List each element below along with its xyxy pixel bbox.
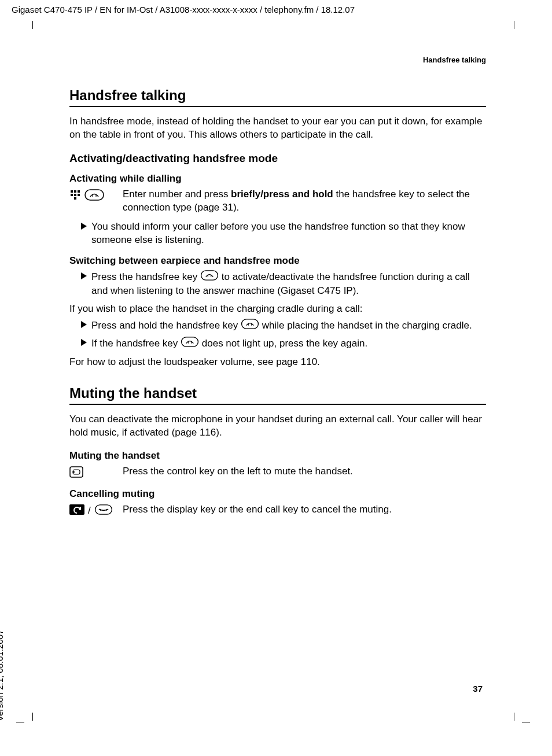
crop-mark: [522, 722, 530, 722]
bullet-text-after: while placing the handset in the chargin…: [262, 320, 472, 331]
intro-paragraph: In handsfree mode, instead of holding th…: [69, 115, 486, 142]
triangle-bullet-icon: [81, 270, 91, 279]
svg-marker-19: [81, 339, 87, 346]
bullet-switch: Press the handsfree key to activate/deac…: [69, 270, 486, 298]
svg-rect-28: [95, 505, 112, 514]
handsfree-key-icon: [84, 189, 104, 203]
heading-switching: Switching between earpiece and handsfree…: [69, 255, 486, 267]
keypad-icon: [69, 189, 81, 203]
svg-marker-15: [81, 321, 87, 328]
crop-mark: [32, 713, 33, 721]
version-label: Version 2.1, 08.01.2007: [0, 630, 5, 721]
handsfree-key-icon: [200, 270, 219, 285]
bullet-text: If the handsfree key does not light up, …: [91, 337, 486, 351]
heading-muting: Muting the handset: [69, 385, 486, 405]
heading-mute-handset: Muting the handset: [69, 450, 486, 462]
handsfree-key-icon: [181, 337, 199, 351]
svg-rect-7: [85, 190, 104, 200]
bullet-text-after: does not light up, press the key again.: [202, 338, 367, 349]
svg-rect-5: [78, 194, 80, 196]
heading-handsfree: Handsfree talking: [69, 87, 486, 107]
bullet-text: Press the handsfree key to activate/deac…: [91, 270, 486, 298]
step-text: Press the control key on the left to mut…: [123, 465, 486, 478]
crop-mark: [32, 21, 33, 29]
bullet-text-before: If the handsfree key: [91, 338, 181, 349]
svg-rect-23: [70, 467, 83, 477]
step-enter-number: Enter number and press briefly/press and…: [69, 188, 486, 215]
end-call-key-icon: [94, 504, 113, 517]
svg-rect-12: [201, 271, 218, 280]
running-head: Handsfree talking: [69, 56, 486, 64]
undo-display-key-icon: [69, 504, 84, 517]
crop-mark: [514, 713, 514, 721]
bullet-text-before: Press the handsfree key: [91, 271, 200, 282]
bullet-text: You should inform your caller before you…: [91, 220, 486, 247]
heading-activating-dialling: Activating while dialling: [69, 173, 486, 185]
triangle-bullet-icon: [81, 220, 91, 230]
svg-rect-4: [74, 194, 76, 196]
bullet-text-before: Press and hold the handsfree key: [91, 320, 241, 331]
para-cradle: If you wish to place the handset in the …: [69, 303, 486, 316]
step-text: Enter number and press briefly/press and…: [123, 188, 486, 215]
control-left-key-icon: [69, 466, 83, 480]
intro-muting: You can deactivate the microphone in you…: [69, 413, 486, 440]
heading-cancel-muting: Cancelling muting: [69, 488, 486, 500]
step-cancel: / Press the display key or the end call …: [69, 503, 486, 517]
triangle-bullet-icon: [81, 337, 91, 346]
step-text-prefix: Enter number and press: [123, 189, 231, 200]
svg-rect-2: [78, 190, 80, 193]
svg-rect-16: [242, 319, 259, 329]
triangle-bullet-icon: [81, 319, 91, 328]
handsfree-key-icon: [241, 319, 259, 333]
svg-rect-6: [74, 197, 76, 200]
slash-separator: /: [88, 505, 91, 517]
heading-activating: Activating/deactivating handsfree mode: [69, 152, 486, 165]
crop-mark: [16, 722, 24, 722]
svg-rect-20: [182, 337, 198, 346]
svg-marker-25: [73, 471, 75, 473]
svg-marker-11: [81, 272, 87, 279]
bullet-text: Press and hold the handsfree key while p…: [91, 319, 486, 333]
svg-rect-0: [71, 190, 73, 193]
para-volume: For how to adjust the loudspeaker volume…: [69, 356, 486, 369]
svg-marker-10: [81, 223, 87, 230]
svg-rect-1: [74, 190, 76, 193]
bullet-hold: Press and hold the handsfree key while p…: [69, 319, 486, 333]
step-text: Press the display key or the end call ke…: [123, 503, 486, 517]
step-mute: Press the control key on the left to mut…: [69, 465, 486, 480]
bullet-inform: You should inform your caller before you…: [69, 220, 486, 247]
crop-mark: [514, 21, 514, 29]
svg-rect-3: [71, 194, 73, 196]
page-number: 37: [473, 684, 483, 694]
header-path: Gigaset C470-475 IP / EN for IM-Ost / A3…: [12, 5, 355, 14]
step-text-bold: briefly/press and hold: [231, 189, 333, 200]
bullet-light: If the handsfree key does not light up, …: [69, 337, 486, 351]
